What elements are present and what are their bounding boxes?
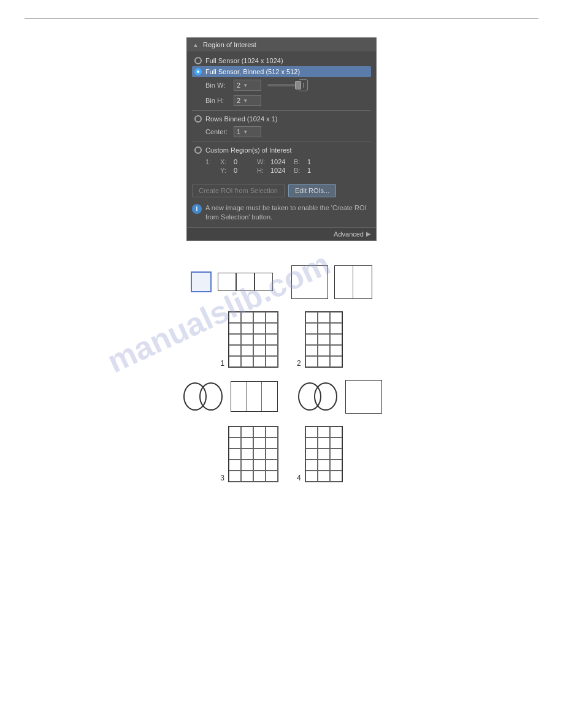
advanced-arrow-icon: ▶ <box>366 230 371 237</box>
rect-single-right <box>345 380 382 414</box>
bin-w-row: Bin W: 2 ▼ <box>192 77 371 93</box>
center-label: Center: <box>205 128 230 135</box>
diagram-grid-row: 1 2 <box>18 311 545 368</box>
roi-b1-label: B: <box>294 158 305 165</box>
oval-row <box>18 380 545 414</box>
panel-body: Full Sensor (1024 x 1024) Full Sensor, B… <box>187 51 376 180</box>
sq-unit-2 <box>236 273 255 291</box>
option-full-sensor[interactable]: Full Sensor (1024 x 1024) <box>192 55 371 66</box>
grid-group-3: 3 <box>220 426 278 482</box>
diagram-section: 1 2 <box>18 265 545 482</box>
grid-group-4: 4 <box>297 426 343 482</box>
create-roi-button[interactable]: Create ROI from Selection <box>192 184 285 197</box>
bin-w-value: 2 <box>237 82 240 89</box>
grid-3x5-right <box>305 311 343 368</box>
option-custom-roi[interactable]: Custom Region(s) of Interest <box>192 145 371 156</box>
radio-custom-roi <box>194 146 202 154</box>
top-left-cluster <box>191 271 273 292</box>
roi-b2-row: B: 1 <box>294 167 326 174</box>
large-single-sq <box>291 265 328 299</box>
two-col-cell-2 <box>353 266 372 298</box>
radio-full-sensor-binned <box>194 68 202 75</box>
grid-4x5-left-2 <box>228 426 278 482</box>
buttons-row: Create ROI from Selection Edit ROIs... <box>187 180 376 201</box>
info-message: i A new image must be taken to enable th… <box>187 201 376 227</box>
option-rows-binned[interactable]: Rows Binned (1024 x 1) <box>192 113 371 124</box>
bin-w-label: Bin W: <box>205 82 230 89</box>
grid-3x5-right-2 <box>305 426 343 482</box>
option-full-sensor-binned[interactable]: Full Sensor, Binned (512 x 512) <box>192 66 371 77</box>
oval-pair-left-svg <box>182 380 224 414</box>
diagram-top-row <box>18 265 545 299</box>
bin-h-arrow: ▼ <box>243 98 248 104</box>
roi-b2-label: B: <box>294 167 305 174</box>
highlighted-square <box>191 271 212 292</box>
roi-panel: ▲ Region of Interest Full Sensor (1024 x… <box>186 37 377 241</box>
bin-w-dropdown[interactable]: 2 ▼ <box>234 80 261 91</box>
oval-pair-right-svg <box>296 380 339 414</box>
grid-label-1: 1 <box>220 359 224 368</box>
oval-group-right <box>296 380 382 414</box>
bin-w-arrow: ▼ <box>243 83 248 88</box>
two-col-cell-1 <box>335 266 353 298</box>
roi-coords-row: 1: X: 0 Y: 0 W: 1024 <box>192 156 371 176</box>
roi-y-val: 0 <box>234 167 252 174</box>
advanced-label: Advanced <box>334 230 364 238</box>
bin-w-thumb[interactable] <box>295 81 301 89</box>
grid-label-4: 4 <box>297 474 301 482</box>
edit-rois-button[interactable]: Edit ROIs... <box>288 184 336 197</box>
center-dropdown[interactable]: 1 ▼ <box>234 126 261 137</box>
divider-1 <box>192 110 371 111</box>
sq-unit-3 <box>255 273 273 291</box>
custom-roi-label: Custom Region(s) of Interest <box>205 146 292 154</box>
grid-group-1: 1 <box>220 311 278 368</box>
panel-collapse-icon[interactable]: ▲ <box>192 41 199 48</box>
roi-b1-row: B: 1 <box>294 158 326 165</box>
panel-title: Region of Interest <box>203 41 256 48</box>
full-sensor-label: Full Sensor (1024 x 1024) <box>205 57 283 64</box>
roi-b2-val: 1 <box>307 167 326 174</box>
info-text: A new image must be taken to enable the … <box>205 203 371 222</box>
roi-h-val: 1024 <box>270 167 289 174</box>
radio-full-sensor <box>194 57 202 64</box>
full-sensor-binned-label: Full Sensor, Binned (512 x 512) <box>205 68 300 75</box>
sq-unit-1 <box>218 273 236 291</box>
oval-group-left <box>182 380 278 414</box>
roi-w-label: W: <box>257 158 268 165</box>
roi-h-label: H: <box>257 167 268 174</box>
roi-x-row: X: 0 <box>220 158 252 165</box>
roi-b-block: B: 1 B: 1 <box>294 158 326 174</box>
center-arrow: ▼ <box>243 129 248 135</box>
roi-x-label: X: <box>220 158 231 165</box>
roi-num: 1: <box>205 158 215 165</box>
center-value: 1 <box>237 128 240 135</box>
roi-y-label: Y: <box>220 167 231 174</box>
rows-binned-label: Rows Binned (1024 x 1) <box>205 115 277 123</box>
info-icon: i <box>192 204 202 214</box>
bin-h-label: Bin H: <box>205 97 230 104</box>
roi-w-row: W: 1024 <box>257 158 289 165</box>
two-col-rect <box>334 265 372 299</box>
top-right-cluster <box>291 265 372 299</box>
roi-h-row: H: 1024 <box>257 167 289 174</box>
bin-w-slider-container <box>267 79 308 91</box>
radio-rows-binned <box>194 115 202 123</box>
svg-point-3 <box>315 383 337 410</box>
roi-w-val: 1024 <box>270 158 289 165</box>
bin-w-slider[interactable] <box>267 84 298 86</box>
roi-b1-val: 1 <box>307 158 326 165</box>
rect-3col-left <box>231 381 278 412</box>
diagram-grid-row-2: 3 4 <box>18 426 545 482</box>
bin-h-dropdown[interactable]: 2 ▼ <box>234 95 261 106</box>
advanced-bar[interactable]: Advanced ▶ <box>187 227 376 240</box>
roi-xy-block: X: 0 Y: 0 <box>220 158 252 174</box>
page-content: ▲ Region of Interest Full Sensor (1024 x… <box>0 19 563 482</box>
grid-4x5-left <box>228 311 278 368</box>
grid-group-2: 2 <box>297 311 343 368</box>
grid-label-2: 2 <box>297 359 301 368</box>
roi-wh-block: W: 1024 H: 1024 <box>257 158 289 174</box>
svg-point-1 <box>200 383 222 410</box>
grid-label-3: 3 <box>220 474 224 482</box>
divider-2 <box>192 142 371 142</box>
bin-h-row: Bin H: 2 ▼ <box>192 93 371 108</box>
